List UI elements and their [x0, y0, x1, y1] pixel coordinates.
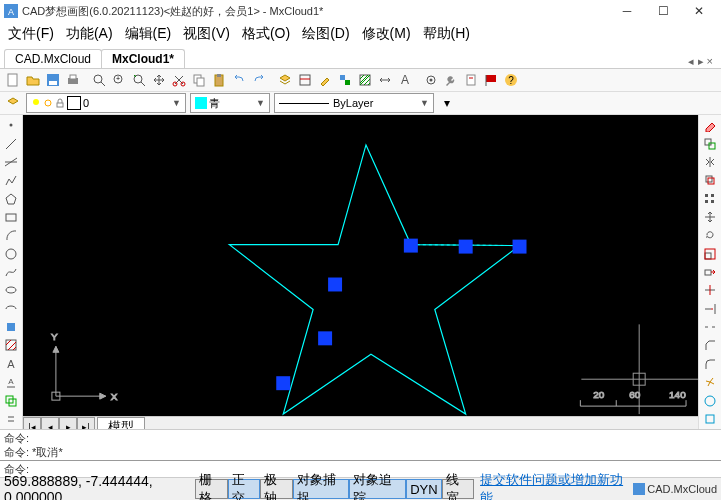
dimension-icon[interactable] [376, 71, 394, 89]
circle-icon[interactable] [2, 246, 20, 262]
zoom-extents-icon[interactable]: + [110, 71, 128, 89]
break-icon[interactable] [701, 319, 719, 335]
drawing-canvas[interactable]: Y X 20 [23, 115, 698, 416]
zoom-window-icon[interactable] [90, 71, 108, 89]
menu-file[interactable]: 文件(F) [4, 23, 58, 45]
tmore2-icon[interactable] [701, 411, 719, 427]
point-icon[interactable] [2, 117, 20, 133]
star-shape[interactable] [229, 145, 519, 414]
grip[interactable] [276, 376, 290, 390]
minimize-button[interactable]: ─ [609, 0, 645, 22]
layer-manager-icon[interactable] [4, 94, 22, 112]
tab-controls[interactable]: ◂ ▸ × [684, 55, 717, 68]
grip[interactable] [318, 331, 332, 345]
linetype-dropdown-icon[interactable]: ▾ [438, 94, 456, 112]
array-icon[interactable] [701, 190, 719, 206]
more-draw-icon[interactable] [2, 411, 20, 427]
toggle-polar[interactable]: 极轴 [260, 479, 292, 499]
toggle-dyn[interactable]: DYN [406, 479, 441, 499]
modify-copy-icon[interactable] [701, 135, 719, 151]
ellipse-icon[interactable] [2, 282, 20, 298]
svg-rect-76 [711, 200, 714, 203]
copy-icon[interactable] [190, 71, 208, 89]
color-select[interactable]: 青 ▼ [190, 93, 270, 113]
trim-icon[interactable] [701, 282, 719, 298]
new-icon[interactable] [4, 71, 22, 89]
arc-icon[interactable] [2, 227, 20, 243]
fillet-icon[interactable] [701, 356, 719, 372]
line-icon[interactable] [2, 135, 20, 151]
toggle-grid[interactable]: 栅格 [195, 479, 227, 499]
open-icon[interactable] [24, 71, 42, 89]
text-icon[interactable]: A [396, 71, 414, 89]
print-icon[interactable] [64, 71, 82, 89]
extend-icon[interactable] [701, 301, 719, 317]
pan-icon[interactable] [150, 71, 168, 89]
mirror-icon[interactable] [701, 154, 719, 170]
menu-modify[interactable]: 修改(M) [358, 23, 415, 45]
help-icon[interactable]: ? [502, 71, 520, 89]
ellipse-arc-icon[interactable] [2, 301, 20, 317]
zoom-realtime-icon[interactable] [130, 71, 148, 89]
offset-icon[interactable] [701, 172, 719, 188]
svg-rect-37 [57, 103, 63, 107]
menu-function[interactable]: 功能(A) [62, 23, 117, 45]
tab-mxcloud1[interactable]: MxCloud1* [101, 49, 185, 68]
spline-icon[interactable] [2, 264, 20, 280]
layer-icon[interactable] [276, 71, 294, 89]
mtext-icon[interactable]: A [2, 374, 20, 390]
cut-icon[interactable] [170, 71, 188, 89]
scale-icon[interactable] [701, 246, 719, 262]
chamfer-icon[interactable] [701, 337, 719, 353]
draw-text-icon[interactable]: A [2, 356, 20, 372]
menu-format[interactable]: 格式(O) [238, 23, 294, 45]
maximize-button[interactable]: ☐ [645, 0, 681, 22]
close-button[interactable]: ✕ [681, 0, 717, 22]
region-icon[interactable] [2, 392, 20, 408]
gear-icon[interactable] [422, 71, 440, 89]
grip[interactable] [459, 240, 473, 254]
redo-icon[interactable] [250, 71, 268, 89]
insert-icon[interactable] [2, 319, 20, 335]
match-icon[interactable] [316, 71, 334, 89]
svg-rect-69 [705, 139, 711, 145]
stretch-icon[interactable] [701, 264, 719, 280]
linetype-select[interactable]: ByLayer ▼ [274, 93, 434, 113]
rectangle-icon[interactable] [2, 209, 20, 225]
explode-icon[interactable] [701, 374, 719, 390]
rotate-icon[interactable] [701, 227, 719, 243]
draw-hatch-icon[interactable] [2, 337, 20, 353]
feedback-link[interactable]: 提交软件问题或增加新功能 [480, 471, 629, 500]
grip[interactable] [328, 278, 342, 292]
menu-view[interactable]: 视图(V) [179, 23, 234, 45]
scale-ruler: 20 60 140 [580, 389, 686, 406]
hatch-icon[interactable] [356, 71, 374, 89]
tab-cad-mxcloud[interactable]: CAD.MxCloud [4, 49, 102, 68]
toggle-osnap[interactable]: 对象捕捉 [293, 479, 350, 499]
undo-icon[interactable] [230, 71, 248, 89]
paste-icon[interactable] [210, 71, 228, 89]
grip[interactable] [404, 239, 418, 253]
toggle-ortho[interactable]: 正交 [228, 479, 260, 499]
document-icon[interactable] [462, 71, 480, 89]
tmore1-icon[interactable] [701, 392, 719, 408]
svg-text:X: X [111, 391, 118, 402]
polyline-icon[interactable] [2, 172, 20, 188]
erase-icon[interactable] [701, 117, 719, 133]
layer-value: 0 [83, 97, 89, 109]
menu-edit[interactable]: 编辑(E) [121, 23, 176, 45]
grip[interactable] [513, 240, 527, 254]
xline-icon[interactable] [2, 154, 20, 170]
save-icon[interactable] [44, 71, 62, 89]
polygon-icon[interactable] [2, 190, 20, 206]
toggle-otrack[interactable]: 对象追踪 [349, 479, 406, 499]
flag-icon[interactable] [482, 71, 500, 89]
block-icon[interactable] [336, 71, 354, 89]
wrench-icon[interactable] [442, 71, 460, 89]
toggle-lwt[interactable]: 线宽 [442, 479, 474, 499]
move-icon[interactable] [701, 209, 719, 225]
properties-icon[interactable] [296, 71, 314, 89]
menu-draw[interactable]: 绘图(D) [298, 23, 353, 45]
layer-select[interactable]: 0 ▼ [26, 93, 186, 113]
menu-help[interactable]: 帮助(H) [419, 23, 474, 45]
